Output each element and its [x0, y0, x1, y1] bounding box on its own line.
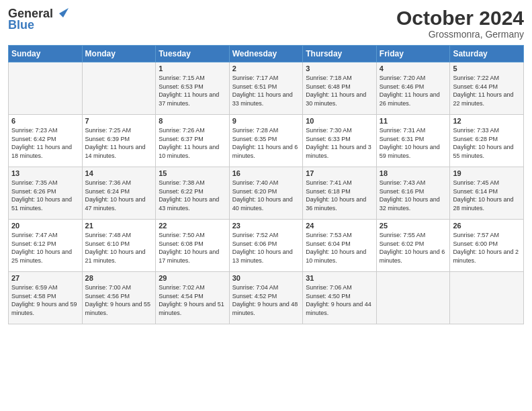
calendar-cell: 17Sunrise: 7:41 AMSunset: 6:18 PMDayligh…	[303, 167, 377, 220]
day-info: Sunrise: 7:57 AMSunset: 6:00 PMDaylight:…	[453, 231, 521, 265]
calendar-cell: 20Sunrise: 7:47 AMSunset: 6:12 PMDayligh…	[9, 220, 83, 272]
calendar-cell: 27Sunrise: 6:59 AMSunset: 4:58 PMDayligh…	[9, 272, 83, 324]
day-info: Sunrise: 7:00 AMSunset: 4:56 PMDaylight:…	[85, 283, 153, 317]
day-info: Sunrise: 7:47 AMSunset: 6:12 PMDaylight:…	[11, 231, 79, 265]
day-number: 27	[11, 274, 79, 282]
weekday-header: Monday	[82, 46, 156, 62]
day-number: 16	[232, 169, 300, 177]
day-number: 7	[85, 117, 153, 125]
day-info: Sunrise: 7:20 AMSunset: 6:46 PMDaylight:…	[380, 74, 447, 107]
day-number: 29	[159, 274, 226, 282]
calendar-cell: 22Sunrise: 7:50 AMSunset: 6:08 PMDayligh…	[156, 220, 230, 272]
calendar-cell: 3Sunrise: 7:18 AMSunset: 6:48 PMDaylight…	[303, 62, 377, 115]
calendar-cell: 31Sunrise: 7:06 AMSunset: 4:50 PMDayligh…	[303, 272, 377, 324]
day-number: 26	[453, 222, 521, 230]
calendar-cell	[82, 62, 156, 115]
day-info: Sunrise: 7:33 AMSunset: 6:28 PMDaylight:…	[453, 126, 521, 160]
day-number: 18	[380, 169, 447, 177]
calendar-cell: 21Sunrise: 7:48 AMSunset: 6:10 PMDayligh…	[82, 220, 156, 272]
weekday-header: Tuesday	[156, 46, 230, 62]
day-number: 12	[453, 117, 521, 125]
calendar-cell: 16Sunrise: 7:40 AMSunset: 6:20 PMDayligh…	[229, 167, 303, 220]
day-info: Sunrise: 7:17 AMSunset: 6:51 PMDaylight:…	[232, 74, 300, 107]
weekday-header: Friday	[376, 46, 450, 62]
day-number: 19	[453, 169, 521, 177]
header: General Blue October 2024 Grossmonra, Ge…	[8, 7, 524, 40]
calendar-cell: 4Sunrise: 7:20 AMSunset: 6:46 PMDaylight…	[376, 62, 450, 115]
day-number: 10	[306, 117, 373, 125]
calendar-table: SundayMondayTuesdayWednesdayThursdayFrid…	[8, 45, 524, 324]
calendar-cell: 1Sunrise: 7:15 AMSunset: 6:53 PMDaylight…	[156, 62, 230, 115]
day-info: Sunrise: 7:52 AMSunset: 6:06 PMDaylight:…	[232, 231, 300, 265]
logo-bird-icon	[54, 5, 69, 20]
calendar-cell: 2Sunrise: 7:17 AMSunset: 6:51 PMDaylight…	[229, 62, 303, 115]
day-info: Sunrise: 7:06 AMSunset: 4:50 PMDaylight:…	[306, 283, 373, 317]
day-number: 23	[232, 222, 300, 230]
calendar-cell: 28Sunrise: 7:00 AMSunset: 4:56 PMDayligh…	[82, 272, 156, 324]
day-number: 2	[232, 64, 300, 73]
calendar-cell	[9, 62, 83, 115]
day-number: 17	[306, 169, 373, 177]
calendar-cell: 19Sunrise: 7:45 AMSunset: 6:14 PMDayligh…	[450, 167, 524, 220]
calendar-cell: 30Sunrise: 7:04 AMSunset: 4:52 PMDayligh…	[229, 272, 303, 324]
calendar-cell: 7Sunrise: 7:25 AMSunset: 6:39 PMDaylight…	[82, 115, 156, 167]
day-info: Sunrise: 7:26 AMSunset: 6:37 PMDaylight:…	[159, 126, 226, 160]
day-info: Sunrise: 7:04 AMSunset: 4:52 PMDaylight:…	[232, 283, 300, 317]
day-number: 31	[306, 274, 373, 282]
day-number: 5	[453, 64, 521, 73]
calendar-cell: 14Sunrise: 7:36 AMSunset: 6:24 PMDayligh…	[82, 167, 156, 220]
day-number: 30	[232, 274, 300, 282]
calendar-cell: 8Sunrise: 7:26 AMSunset: 6:37 PMDaylight…	[156, 115, 230, 167]
calendar-cell: 13Sunrise: 7:35 AMSunset: 6:26 PMDayligh…	[9, 167, 83, 220]
day-number: 25	[380, 222, 447, 230]
calendar-week-row: 1Sunrise: 7:15 AMSunset: 6:53 PMDaylight…	[9, 62, 524, 115]
day-number: 6	[11, 117, 79, 125]
calendar-cell: 18Sunrise: 7:43 AMSunset: 6:16 PMDayligh…	[376, 167, 450, 220]
day-info: Sunrise: 7:30 AMSunset: 6:33 PMDaylight:…	[306, 126, 373, 160]
day-info: Sunrise: 7:55 AMSunset: 6:02 PMDaylight:…	[380, 231, 447, 265]
day-number: 4	[380, 64, 447, 73]
day-info: Sunrise: 6:59 AMSunset: 4:58 PMDaylight:…	[11, 283, 79, 317]
calendar-cell: 25Sunrise: 7:55 AMSunset: 6:02 PMDayligh…	[376, 220, 450, 272]
calendar-week-row: 6Sunrise: 7:23 AMSunset: 6:42 PMDaylight…	[9, 115, 524, 167]
day-info: Sunrise: 7:23 AMSunset: 6:42 PMDaylight:…	[11, 126, 79, 160]
day-number: 20	[11, 222, 79, 230]
day-info: Sunrise: 7:45 AMSunset: 6:14 PMDaylight:…	[453, 179, 521, 212]
calendar-cell	[376, 272, 450, 324]
calendar-cell: 10Sunrise: 7:30 AMSunset: 6:33 PMDayligh…	[303, 115, 377, 167]
day-info: Sunrise: 7:15 AMSunset: 6:53 PMDaylight:…	[159, 74, 226, 107]
calendar-cell: 6Sunrise: 7:23 AMSunset: 6:42 PMDaylight…	[9, 115, 83, 167]
weekday-header: Sunday	[9, 46, 83, 62]
day-number: 28	[85, 274, 153, 282]
calendar-cell: 24Sunrise: 7:53 AMSunset: 6:04 PMDayligh…	[303, 220, 377, 272]
day-number: 15	[159, 169, 226, 177]
day-number: 11	[380, 117, 447, 125]
day-info: Sunrise: 7:53 AMSunset: 6:04 PMDaylight:…	[306, 231, 373, 265]
logo: General Blue	[8, 7, 69, 32]
page-container: General Blue October 2024 Grossmonra, Ge…	[0, 0, 532, 330]
weekday-header: Wednesday	[229, 46, 303, 62]
calendar-cell: 23Sunrise: 7:52 AMSunset: 6:06 PMDayligh…	[229, 220, 303, 272]
day-info: Sunrise: 7:50 AMSunset: 6:08 PMDaylight:…	[159, 231, 226, 265]
calendar-cell: 15Sunrise: 7:38 AMSunset: 6:22 PMDayligh…	[156, 167, 230, 220]
weekday-header: Saturday	[450, 46, 524, 62]
location: Grossmonra, Germany	[396, 29, 524, 40]
calendar-cell: 11Sunrise: 7:31 AMSunset: 6:31 PMDayligh…	[376, 115, 450, 167]
day-number: 13	[11, 169, 79, 177]
day-number: 8	[159, 117, 226, 125]
calendar-cell	[450, 272, 524, 324]
day-info: Sunrise: 7:43 AMSunset: 6:16 PMDaylight:…	[380, 179, 447, 212]
calendar-cell: 5Sunrise: 7:22 AMSunset: 6:44 PMDaylight…	[450, 62, 524, 115]
calendar-cell: 12Sunrise: 7:33 AMSunset: 6:28 PMDayligh…	[450, 115, 524, 167]
day-number: 3	[306, 64, 373, 73]
calendar-week-row: 13Sunrise: 7:35 AMSunset: 6:26 PMDayligh…	[9, 167, 524, 220]
day-number: 1	[159, 64, 226, 73]
calendar-cell: 26Sunrise: 7:57 AMSunset: 6:00 PMDayligh…	[450, 220, 524, 272]
day-info: Sunrise: 7:18 AMSunset: 6:48 PMDaylight:…	[306, 74, 373, 107]
day-info: Sunrise: 7:41 AMSunset: 6:18 PMDaylight:…	[306, 179, 373, 212]
day-info: Sunrise: 7:35 AMSunset: 6:26 PMDaylight:…	[11, 179, 79, 212]
day-info: Sunrise: 7:31 AMSunset: 6:31 PMDaylight:…	[380, 126, 447, 160]
calendar-week-row: 27Sunrise: 6:59 AMSunset: 4:58 PMDayligh…	[9, 272, 524, 324]
day-number: 14	[85, 169, 153, 177]
weekday-header: Thursday	[303, 46, 377, 62]
